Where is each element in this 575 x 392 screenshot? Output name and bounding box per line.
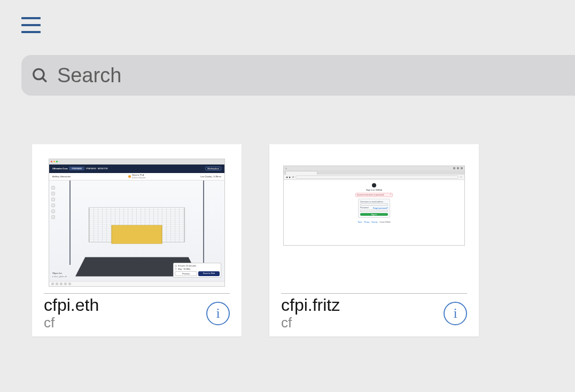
hamburger-line	[21, 17, 41, 19]
hamburger-line	[21, 24, 41, 26]
connection-card[interactable]: ◀▶⟳ ☆ Sign in to GitHub Incorrect userna…	[269, 144, 479, 336]
info-button[interactable]: i	[444, 302, 467, 325]
search-icon	[31, 66, 49, 84]
search-input[interactable]	[49, 64, 575, 87]
connection-title: cfpi.fritz	[281, 296, 444, 315]
search-bar[interactable]	[21, 55, 575, 96]
hamburger-line	[21, 31, 41, 33]
info-icon: i	[453, 305, 457, 322]
connection-title: cfpi.eth	[44, 296, 206, 315]
connection-card[interactable]: Ultimaker Cura PREPARE PREVIEW MONITOR M…	[32, 144, 242, 336]
cura-preview: Ultimaker Cura PREPARE PREVIEW MONITOR M…	[49, 159, 225, 287]
info-icon: i	[216, 305, 220, 322]
info-button[interactable]: i	[206, 302, 230, 325]
connection-thumbnail: Ultimaker Cura PREPARE PREVIEW MONITOR M…	[32, 144, 242, 293]
menu-button[interactable]	[21, 17, 41, 33]
connection-subtitle: cf	[44, 315, 206, 331]
connection-subtitle: cf	[281, 315, 444, 331]
svg-point-0	[34, 69, 44, 79]
connection-labels: cfpi.fritz cf	[281, 296, 444, 331]
connection-grid: Ultimaker Cura PREPARE PREVIEW MONITOR M…	[32, 144, 575, 336]
github-login-preview: ◀▶⟳ ☆ Sign in to GitHub Incorrect userna…	[283, 166, 465, 246]
connection-thumbnail: ◀▶⟳ ☆ Sign in to GitHub Incorrect userna…	[269, 144, 479, 293]
svg-line-1	[43, 78, 46, 82]
connection-labels: cfpi.eth cf	[44, 296, 206, 331]
